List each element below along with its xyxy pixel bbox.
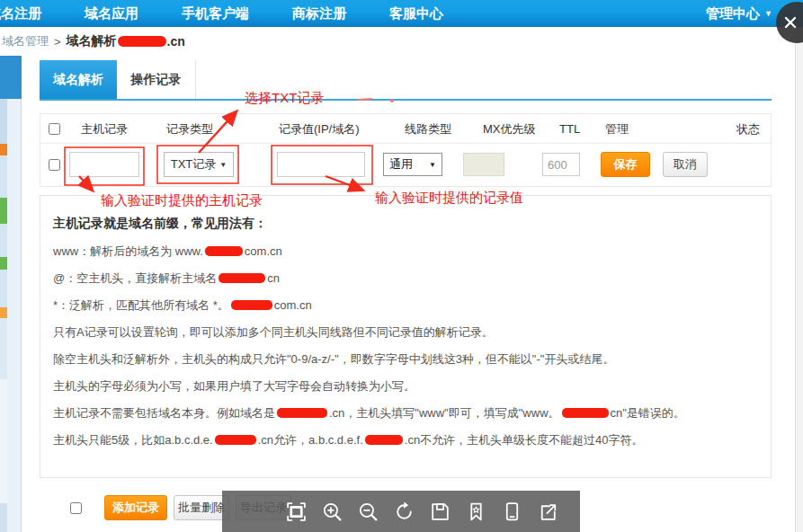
row-checkbox[interactable] [49,159,60,171]
select-all-checkbox[interactable] [49,123,60,135]
host-record-input[interactable] [69,152,139,177]
column-header-5: TTL [559,114,580,144]
save-button[interactable]: 保存 [601,152,650,177]
column-header-3: 线路类型 [405,114,451,144]
share-icon[interactable] [537,501,559,523]
screen: 域名注册域名应用手机客户端商标注册客服中心 管理中心 ▼ 域名管理 > 域名解析… [0,0,803,532]
breadcrumb-domain-manage-link[interactable]: 域名管理 [2,33,49,49]
annotation-select-txt: 选择TXT记录 [245,90,324,107]
chevron-down-icon: ▼ [764,9,772,18]
help-line-8: 主机头只能5级，比如a.b.c.d.e..cn允许，a.b.c.d.e.f..c… [53,433,754,448]
redacted-domain [118,36,166,47]
mx-priority-field-disabled [463,153,504,176]
record-value-input[interactable] [277,152,365,177]
nav-manage-center[interactable]: 管理中心 ▼ [706,5,772,22]
background-page-right-edge [795,27,803,532]
tab-underline [40,99,772,101]
breadcrumb-current: 域名解析 [67,33,117,49]
zoom-out-icon[interactable] [357,501,379,523]
redacted-text [562,408,609,418]
chevron-down-icon: ▼ [429,161,436,169]
manage-center-label: 管理中心 [706,5,760,22]
new-record-row: TXT记录▼ 通用▼ 保存 取消 [40,144,771,186]
column-header-1: 记录类型 [166,114,213,144]
breadcrumb: 域名管理 > 域名解析 .cn [0,27,795,56]
record-table: 主机记录记录类型记录值(IP/域名)线路类型MX优先级TTL管理状态 TXT记录… [40,113,772,187]
close-icon [780,12,801,33]
rotate-icon[interactable] [393,501,415,523]
redacted-text [215,435,256,445]
bookmark-icon[interactable] [465,501,487,523]
top-nav: 域名注册域名应用手机客户端商标注册客服中心 管理中心 ▼ [0,0,803,27]
screenshot-toolbar [222,491,580,532]
help-line-2: @：空主机头，直接解析主域名cn [53,271,754,286]
column-header-6: 管理 [605,114,629,144]
panel-tabs: 域名解析 操作记录 [40,60,196,99]
help-line-1: www：解析后的域名为 www.com.cn [53,244,754,259]
redacted-text [231,300,272,310]
help-line-5: 除空主机头和泛解析外，主机头的构成只允许"0-9/a-z/-"，即数字字母中划线… [53,352,754,367]
help-line-3: *：泛解析，匹配其他所有域名 *。com.cn [53,298,754,313]
column-header-0: 主机记录 [81,114,128,144]
annotation-host-hint: 输入验证时提供的主机记录 [101,192,263,209]
zoom-in-icon[interactable] [321,501,344,523]
breadcrumb-separator: > [54,35,61,49]
tab-domain-resolution[interactable]: 域名解析 [40,60,117,99]
nav-item-0[interactable]: 域名注册 [0,5,41,22]
redacted-text [365,435,403,445]
column-header-2: 记录值(IP/域名) [279,114,360,144]
record-type-dropdown[interactable]: TXT记录▼ [164,152,234,177]
dns-resolution-panel: 域名解析 操作记录 主机记录记录类型记录值(IP/域名)线路类型MX优先级TTL… [22,56,795,532]
help-line-7: 主机记录不需要包括域名本身。例如域名是.cn，主机头填写"www"即可，填写成"… [53,406,754,421]
redacted-text [219,273,265,283]
column-header-7: 状态 [736,114,760,144]
nav-item-1[interactable]: 域名应用 [85,5,138,22]
footer-select-all-checkbox[interactable] [70,502,82,514]
tab-operation-log[interactable]: 操作记录 [117,60,196,99]
fit-screen-icon[interactable] [285,501,308,523]
line-type-value: 通用 [389,156,413,173]
top-nav-items: 域名注册域名应用手机客户端商标注册客服中心 [0,5,486,22]
help-line-6: 主机头的字母必须为小写，如果用户填了大写字母会自动转换为小写。 [53,379,754,394]
column-header-4: MX优先级 [483,114,536,144]
ttl-input[interactable] [542,153,580,176]
help-line-0: 主机记录就是域名前缀，常见用法有： [53,216,754,230]
redacted-text [277,408,327,418]
cancel-button[interactable]: 取消 [663,152,708,177]
save-icon[interactable] [429,501,451,523]
add-record-button[interactable]: 添加记录 [104,495,167,520]
nav-item-2[interactable]: 手机客户端 [182,5,249,22]
record-table-header: 主机记录记录类型记录值(IP/域名)线路类型MX优先级TTL管理状态 [40,114,771,144]
line-type-select[interactable]: 通用▼ [383,153,442,176]
nav-item-4[interactable]: 客服中心 [389,5,443,22]
batch-delete-button[interactable]: 批量删除 [174,495,229,520]
redacted-text [205,246,243,256]
breadcrumb-domain-suffix: .cn [167,34,185,49]
background-page-left-edge [0,56,22,532]
help-line-4: 只有A记录可以设置轮询，即可以添加多个同主机头同线路但不同记录值的解析记录。 [53,325,754,340]
host-record-help: 主机记录就是域名前缀，常见用法有：www：解析后的域名为 www.com.cn@… [40,195,772,478]
annotation-value-hint: 输入验证时提供的记录值 [375,190,523,207]
device-icon[interactable] [501,501,523,523]
nav-item-3[interactable]: 商标注册 [292,5,346,22]
chevron-down-icon: ▼ [219,161,227,169]
record-type-value: TXT记录 [171,156,217,173]
